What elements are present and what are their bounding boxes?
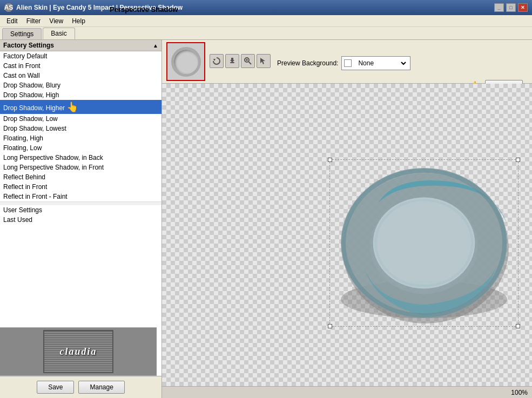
preview-bg-dropdown-container[interactable]: None White Black Custom <box>341 56 410 70</box>
list-item-drop-shadow-higher[interactable]: Drop Shadow, Higher 👆 <box>0 100 161 114</box>
titlebar: AS Alien Skin | Eye Candy 5 Impact | Per… <box>0 0 532 15</box>
preview-area[interactable] <box>162 84 532 386</box>
window-controls: _ □ ✕ <box>494 3 528 12</box>
list-item-factory-default[interactable]: Factory Default <box>0 51 161 61</box>
arrow-icon <box>259 57 268 65</box>
maximize-button[interactable]: □ <box>506 3 516 12</box>
list-item-drop-shadow-lowest[interactable]: Drop Shadow, Lowest <box>0 124 161 133</box>
arrow-tool-button[interactable] <box>257 54 271 68</box>
ring-svg <box>330 160 518 326</box>
preview-bg-color-swatch <box>344 59 352 67</box>
preview-bg-select[interactable]: None White Black Custom <box>354 57 408 69</box>
tool-buttons <box>210 54 271 68</box>
list-item-long-perspective-back[interactable]: Long Perspective Shadow, in Back <box>0 153 161 163</box>
svg-point-10 <box>373 198 475 289</box>
minimize-button[interactable]: _ <box>494 3 504 12</box>
left-panel: Factory Settings ▲ Factory Default Cast … <box>0 40 162 398</box>
claudia-label: claudia <box>59 346 97 357</box>
thumbnail-image: claudia <box>43 330 113 373</box>
app-icon: AS <box>4 3 13 12</box>
svg-rect-1 <box>230 62 234 63</box>
rotate-icon <box>212 57 221 65</box>
svg-line-3 <box>249 62 252 65</box>
tab-basic[interactable]: Basic <box>43 28 75 39</box>
menu-view[interactable]: View <box>45 16 68 26</box>
save-button[interactable]: Save <box>37 381 74 394</box>
list-item-drop-shadow-blury[interactable]: Drop Shadow, Blury <box>0 80 161 90</box>
zoom-icon <box>244 57 252 65</box>
settings-list-header: Factory Settings ▲ <box>0 40 161 51</box>
menu-edit[interactable]: Edit <box>2 16 22 26</box>
list-item-reflect-in-front-faint[interactable]: Reflect in Front - Faint <box>0 192 161 201</box>
corner-handle-br[interactable] <box>516 324 520 328</box>
list-item-reflect-in-front[interactable]: Reflect in Front <box>0 182 161 192</box>
cursor-arrow-icon: 👆 <box>66 101 78 113</box>
corner-handle-tl[interactable] <box>328 158 332 162</box>
statusbar: 100% <box>162 386 532 398</box>
right-panel: Preview Background: None White Black Cus… <box>162 40 532 398</box>
list-item-drop-shadow-high[interactable]: Drop Shadow, High <box>0 90 161 100</box>
menu-filter[interactable]: Filter <box>22 16 45 26</box>
right-top-bar: Preview Background: None White Black Cus… <box>162 40 532 84</box>
ring-container <box>329 159 518 327</box>
list-item-floating-high[interactable]: Floating, High <box>0 133 161 143</box>
main-content: Factory Settings ▲ Factory Default Cast … <box>0 40 532 398</box>
zoom-tool-button[interactable] <box>241 54 255 68</box>
pan-icon <box>228 57 237 65</box>
manage-button[interactable]: Manage <box>78 381 124 394</box>
list-item-user-settings[interactable]: User Settings <box>0 205 161 215</box>
preview-bg-control: Preview Background: None White Black Cus… <box>277 56 410 70</box>
pan-tool-button[interactable] <box>225 54 239 68</box>
menu-help[interactable]: Help <box>68 16 90 26</box>
perspective-shadow-title: Perspective Shadow <box>110 5 178 14</box>
list-item-floating-low[interactable]: Floating, Low <box>0 143 161 153</box>
svg-marker-0 <box>213 59 216 61</box>
settings-list-container: Factory Settings ▲ Factory Default Cast … <box>0 40 161 327</box>
list-item-reflect-behind[interactable]: Reflect Behind <box>0 172 161 182</box>
list-item-drop-shadow-low[interactable]: Drop Shadow, Low <box>0 114 161 124</box>
corner-handle-tr[interactable] <box>516 158 520 162</box>
tabs-bar: Settings Basic <box>0 27 532 40</box>
close-button[interactable]: ✕ <box>518 3 528 12</box>
menubar: Edit Filter View Help <box>0 15 532 27</box>
list-item-long-perspective-front[interactable]: Long Perspective Shadow, in Front <box>0 163 161 172</box>
factory-settings-label: Factory Settings <box>3 42 54 49</box>
preview-thumbnail <box>166 42 205 81</box>
bottom-buttons: Save Manage <box>0 376 161 398</box>
title-text: Alien Skin | Eye Candy 5 Impact | Perspe… <box>16 4 494 11</box>
list-item-cast-on-wall[interactable]: Cast on Wall <box>0 71 161 80</box>
thumbnail-area: claudia <box>0 327 157 376</box>
settings-list[interactable]: Factory Default Cast in Front Cast on Wa… <box>0 51 161 326</box>
list-item-last-used[interactable]: Last Used <box>0 215 161 225</box>
rotate-tool-button[interactable] <box>210 54 224 68</box>
scroll-up-icon[interactable]: ▲ <box>153 43 158 49</box>
preview-ring <box>171 47 201 77</box>
tab-settings[interactable]: Settings <box>2 28 42 39</box>
preview-bg-label: Preview Background: <box>277 59 338 67</box>
corner-handle-bl[interactable] <box>328 324 332 328</box>
list-item-cast-in-front[interactable]: Cast in Front <box>0 61 161 71</box>
zoom-level: 100% <box>511 389 528 396</box>
user-settings-section <box>0 201 161 205</box>
